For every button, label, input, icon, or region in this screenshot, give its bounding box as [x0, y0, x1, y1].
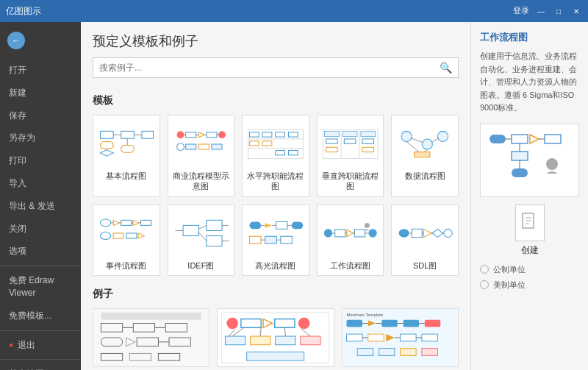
svg-rect-4	[121, 131, 135, 138]
svg-rect-0	[101, 131, 114, 138]
svg-rect-82	[265, 236, 277, 243]
templates-section-title: 模板	[93, 94, 459, 107]
close-btn[interactable]: ✕	[570, 5, 582, 17]
example-grid: Merchant Template	[93, 308, 459, 370]
app-title: 亿图图示	[6, 5, 41, 18]
examples-section-title: 例子	[93, 288, 459, 301]
svg-rect-73	[250, 222, 262, 230]
panel-title: 工作流程图	[480, 31, 579, 44]
login-btn[interactable]: 登录	[513, 5, 529, 17]
sidebar-item-open[interactable]: 打开	[0, 59, 81, 82]
svg-rect-26	[262, 132, 272, 136]
sidebar-item-free-templates[interactable]: 免费模板...	[0, 305, 81, 327]
template-basic-flow[interactable]: 基本流程图	[93, 115, 160, 197]
search-icon[interactable]: 🔍	[440, 62, 452, 74]
search-input[interactable]	[99, 63, 435, 73]
svg-line-50	[425, 149, 428, 152]
svg-point-57	[101, 232, 111, 240]
sidebar-item-print[interactable]: 打印	[0, 149, 81, 172]
svg-rect-325	[490, 135, 506, 143]
svg-rect-1	[101, 141, 114, 149]
svg-marker-97	[424, 229, 432, 237]
svg-rect-25	[250, 132, 259, 136]
svg-point-85	[324, 229, 332, 237]
template-idef[interactable]: IDEF图	[168, 204, 235, 276]
svg-rect-29	[250, 140, 259, 145]
svg-rect-88	[354, 230, 365, 237]
create-icon	[515, 204, 545, 241]
svg-line-68	[198, 226, 207, 230]
svg-rect-40	[326, 147, 337, 152]
example-card-2[interactable]	[217, 308, 334, 367]
svg-rect-334	[512, 168, 528, 177]
svg-point-335	[546, 158, 558, 170]
svg-point-46	[438, 131, 448, 141]
template-highlight[interactable]: 高光流程图	[242, 204, 309, 276]
sidebar-item-import[interactable]: 导入	[0, 172, 81, 195]
sidebar-item-new[interactable]: 新建	[0, 82, 81, 104]
template-label-event: 事件流程图	[106, 260, 146, 271]
template-label-biz: 商业流程模型示意图	[173, 171, 230, 192]
create-button[interactable]: 创建	[480, 204, 579, 257]
svg-rect-154	[357, 349, 373, 356]
template-swim-lane[interactable]: 水平跨职能流程图	[242, 115, 309, 197]
svg-rect-151	[400, 334, 415, 341]
unit-metric[interactable]: 公制单位	[480, 264, 579, 275]
template-workflow[interactable]: 工作流程图	[317, 204, 384, 276]
svg-rect-327	[512, 135, 528, 143]
svg-marker-328	[530, 135, 539, 143]
radio-imperial	[480, 280, 489, 289]
svg-rect-137	[346, 320, 362, 327]
svg-point-120	[227, 318, 239, 330]
example-card-3[interactable]: Merchant Template	[342, 308, 459, 367]
sidebar-item-free-viewer[interactable]: 免费 Edraw Viewer	[0, 269, 81, 305]
sidebar-item-save[interactable]: 保存	[0, 104, 81, 127]
sidebar-header: ←	[0, 22, 81, 59]
svg-rect-30	[262, 140, 272, 145]
svg-rect-27	[276, 132, 285, 136]
svg-rect-153	[422, 334, 437, 341]
sidebar-item-exit[interactable]: ● 退出	[0, 334, 81, 357]
svg-marker-60	[138, 233, 144, 238]
example-card-1[interactable]	[93, 308, 209, 367]
svg-point-94	[365, 223, 370, 228]
template-data-flow[interactable]: 数据流程图	[391, 115, 459, 197]
svg-rect-155	[379, 349, 394, 356]
maximize-btn[interactable]: □	[553, 5, 564, 17]
back-button[interactable]: ←	[7, 32, 25, 49]
svg-rect-96	[412, 229, 423, 237]
svg-rect-32	[289, 150, 298, 154]
unit-imperial-label: 美制单位	[493, 280, 526, 291]
svg-rect-141	[381, 320, 397, 327]
svg-rect-134	[247, 352, 304, 360]
template-event-flow[interactable]: 事件流程图	[93, 204, 160, 276]
template-grid: 基本流程图	[93, 115, 459, 276]
sidebar-cat-basic-map[interactable]: 基本地图	[0, 363, 81, 370]
template-sdl[interactable]: SDL图	[391, 204, 459, 276]
sidebar-item-export[interactable]: 导出 & 发送	[0, 195, 81, 218]
unit-imperial[interactable]: 美制单位	[480, 280, 579, 291]
create-label: 创建	[521, 244, 539, 257]
sidebar-item-saveas[interactable]: 另存为	[0, 127, 81, 149]
svg-rect-39	[326, 138, 337, 143]
svg-rect-10	[185, 132, 196, 137]
sidebar-item-options[interactable]: 选项	[0, 240, 81, 263]
svg-rect-43	[362, 147, 374, 152]
svg-rect-127	[276, 336, 295, 345]
sidebar-item-close[interactable]: 关闭	[0, 218, 81, 241]
title-bar: 亿图图示 登录 — □ ✕	[0, 0, 588, 22]
template-vertical-swim[interactable]: 垂直跨职能流程图	[317, 115, 384, 197]
exit-label: 退出	[18, 339, 35, 352]
divider3	[0, 359, 81, 360]
svg-line-51	[406, 141, 420, 152]
template-biz-process[interactable]: 商业流程模型示意图	[168, 115, 235, 197]
svg-rect-36	[324, 131, 339, 136]
svg-rect-125	[226, 336, 245, 345]
svg-marker-87	[347, 230, 353, 237]
minimize-btn[interactable]: —	[535, 5, 547, 17]
svg-rect-54	[121, 220, 132, 225]
exit-icon: ●	[9, 340, 13, 350]
svg-point-124	[298, 318, 310, 330]
svg-rect-65	[183, 226, 198, 236]
template-thumb-basic	[98, 120, 155, 168]
